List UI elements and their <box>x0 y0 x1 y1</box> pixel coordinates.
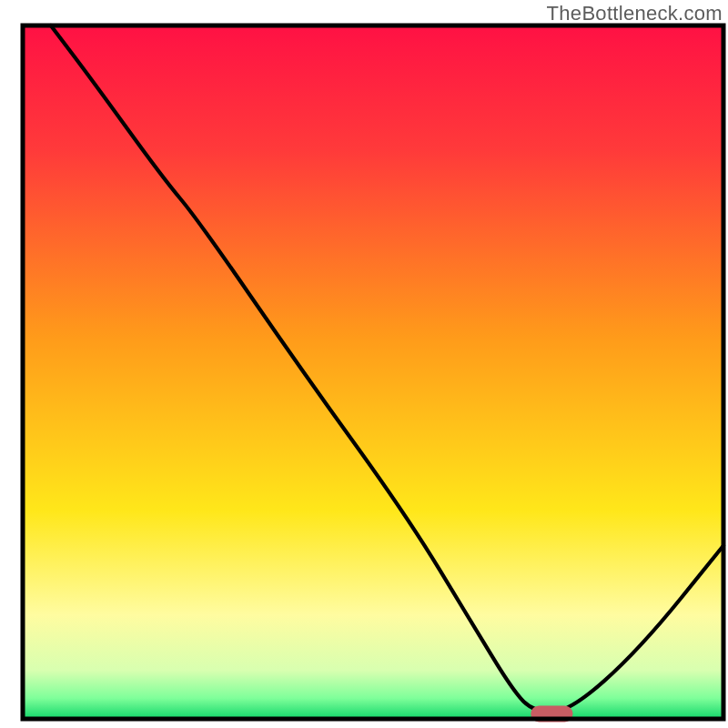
watermark-text: TheBottleneck.com <box>547 2 723 25</box>
bottleneck-chart: TheBottleneck.com <box>0 0 728 728</box>
chart-svg <box>0 0 728 728</box>
